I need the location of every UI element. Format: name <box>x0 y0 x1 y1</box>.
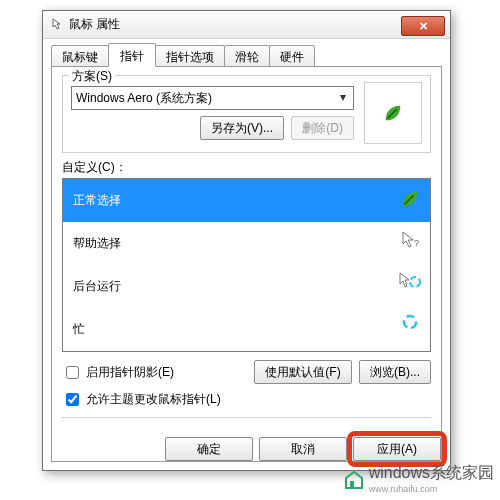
cancel-button[interactable]: 取消 <box>259 437 347 461</box>
working-cursor-icon <box>398 272 422 292</box>
list-item-label: 帮助选择 <box>73 235 121 252</box>
theme-checkbox[interactable]: 允许主题更改鼠标指针(L) <box>62 390 431 409</box>
dialog-footer: 确定 取消 应用(A) <box>165 437 441 461</box>
tab-pointer-options[interactable]: 指针选项 <box>155 45 225 67</box>
tab-wheel[interactable]: 滑轮 <box>224 45 270 67</box>
apply-button[interactable]: 应用(A) <box>353 437 441 461</box>
scheme-legend: 方案(S) <box>69 68 115 85</box>
scheme-combobox[interactable]: Windows Aero (系统方案) ▾ <box>71 86 354 110</box>
logo-icon <box>343 468 365 490</box>
scheme-value: Windows Aero (系统方案) <box>76 90 212 107</box>
svg-point-1 <box>410 277 420 287</box>
shadow-checkbox-input[interactable] <box>66 366 79 379</box>
shadow-checkbox[interactable]: 启用指针阴影(E) <box>62 363 174 382</box>
list-item-label: 正常选择 <box>73 192 121 209</box>
browse-button[interactable]: 浏览(B)... <box>359 360 431 384</box>
list-item-label: 后台运行 <box>73 278 121 295</box>
close-icon: ✕ <box>419 20 428 33</box>
tab-buttons[interactable]: 鼠标键 <box>51 45 109 67</box>
ok-button[interactable]: 确定 <box>165 437 253 461</box>
tab-pointers[interactable]: 指针 <box>108 43 156 67</box>
theme-checkbox-input[interactable] <box>66 393 79 406</box>
svg-text:?: ? <box>414 238 419 248</box>
list-item[interactable]: 后台运行 <box>63 265 430 308</box>
list-item[interactable]: 忙 <box>63 308 430 351</box>
use-default-button[interactable]: 使用默认值(F) <box>254 360 351 384</box>
tab-pane-pointers: 方案(S) Windows Aero (系统方案) ▾ 另存为(V)... 删除… <box>51 66 442 462</box>
watermark-brand: windows系统家园 <box>369 463 494 484</box>
window-title: 鼠标 属性 <box>69 16 401 33</box>
pointer-list[interactable]: 正常选择 帮助选择 ? 后台运行 <box>62 178 431 352</box>
separator <box>62 417 431 418</box>
list-item[interactable]: 帮助选择 ? <box>63 222 430 265</box>
dialog-body: 鼠标键 指针 指针选项 滑轮 硬件 方案(S) Windows Aero (系统… <box>51 45 442 462</box>
svg-rect-3 <box>350 481 354 487</box>
watermark: windows系统家园 www.ruhaifu.com <box>343 463 494 494</box>
svg-point-2 <box>404 316 416 328</box>
tab-strip: 鼠标键 指针 指针选项 滑轮 硬件 <box>51 45 442 67</box>
watermark-url: www.ruhaifu.com <box>369 484 494 494</box>
pointer-preview <box>364 82 422 144</box>
leaf-cursor-icon <box>398 188 422 210</box>
leaf-cursor-icon <box>382 102 404 124</box>
help-cursor-icon: ? <box>398 230 422 250</box>
list-item[interactable]: 正常选择 <box>63 179 430 222</box>
chevron-down-icon: ▾ <box>335 89 351 105</box>
list-item-label: 忙 <box>73 321 85 338</box>
mouse-properties-dialog: 鼠标 属性 ✕ 鼠标键 指针 指针选项 滑轮 硬件 方案(S) Windows … <box>42 10 451 471</box>
delete-button: 删除(D) <box>291 116 354 140</box>
tab-hardware[interactable]: 硬件 <box>269 45 315 67</box>
theme-label: 允许主题更改鼠标指针(L) <box>86 391 221 408</box>
titlebar: 鼠标 属性 ✕ <box>43 11 450 39</box>
close-button[interactable]: ✕ <box>401 16 445 36</box>
mouse-icon <box>48 17 64 33</box>
customize-label: 自定义(C)： <box>62 159 431 176</box>
save-as-button[interactable]: 另存为(V)... <box>200 116 284 140</box>
shadow-label: 启用指针阴影(E) <box>86 364 174 381</box>
busy-cursor-icon <box>398 314 422 330</box>
scheme-group: 方案(S) Windows Aero (系统方案) ▾ 另存为(V)... 删除… <box>62 75 431 153</box>
